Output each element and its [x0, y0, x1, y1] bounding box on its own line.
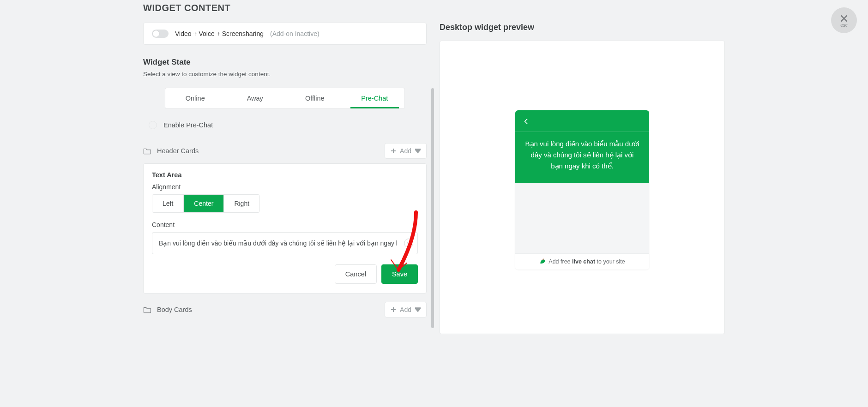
cancel-button[interactable]: Cancel — [335, 264, 377, 284]
smile-icon — [406, 241, 411, 245]
align-left-button[interactable]: Left — [152, 195, 184, 212]
widget-state-tabs: Online Away Offline Pre-Chat — [165, 88, 405, 109]
tab-online[interactable]: Online — [165, 88, 225, 108]
body-cards-label: Body Cards — [157, 306, 192, 313]
plus-icon — [391, 148, 396, 154]
scrollbar[interactable] — [431, 88, 434, 328]
widget-footer-text: Add free live chat to your site — [549, 258, 625, 265]
preview-pane: Bạn vui lòng điền vào biểu mẫu dưới đây … — [440, 41, 725, 334]
svg-point-0 — [408, 242, 408, 243]
text-area-title: Text Area — [152, 171, 418, 179]
widget-footer[interactable]: Add free live chat to your site — [515, 253, 649, 269]
body-cards-add-button[interactable]: Add — [385, 302, 427, 317]
align-right-button[interactable]: Right — [224, 195, 259, 212]
body-cards-add-label: Add — [400, 306, 411, 313]
text-area-card: Text Area Alignment Left Center Right Co… — [143, 163, 427, 293]
tab-offline[interactable]: Offline — [285, 88, 345, 108]
alignment-label: Alignment — [152, 183, 418, 191]
tawk-icon — [539, 258, 546, 265]
chevron-left-icon[interactable] — [523, 118, 530, 125]
header-cards-label: Header Cards — [157, 147, 199, 155]
widget-state-sub: Select a view to customize the widget co… — [143, 71, 427, 78]
plus-icon — [391, 307, 396, 312]
content-input[interactable] — [152, 232, 418, 254]
close-esc-label: esc — [840, 23, 848, 28]
content-label: Content — [152, 221, 418, 228]
emoji-button[interactable] — [404, 239, 413, 248]
addon-toggle[interactable] — [152, 30, 169, 38]
enable-prechat-label: Enable Pre-Chat — [163, 121, 213, 129]
save-button[interactable]: Save — [381, 264, 418, 284]
page-title: WIDGET CONTENT — [143, 3, 725, 13]
chevron-down-icon — [415, 148, 421, 154]
widget-header — [515, 110, 649, 132]
tab-prechat[interactable]: Pre-Chat — [345, 88, 405, 108]
widget-preview: Bạn vui lòng điền vào biểu mẫu dưới đây … — [515, 110, 649, 269]
preview-title: Desktop widget preview — [440, 23, 725, 32]
svg-point-1 — [410, 242, 410, 243]
addon-inactive-label: (Add-on Inactive) — [270, 30, 319, 37]
folder-icon — [143, 306, 151, 313]
widget-message: Bạn vui lòng điền vào biểu mẫu dưới đây … — [515, 132, 649, 183]
alignment-segment: Left Center Right — [152, 194, 260, 213]
folder-icon — [143, 147, 151, 155]
addon-label: Video + Voice + Screensharing — [175, 30, 264, 37]
content-column: Video + Voice + Screensharing (Add-on In… — [143, 23, 427, 322]
preview-column: Desktop widget preview Bạn vui lòng điền… — [440, 23, 725, 334]
header-cards-add-button[interactable]: Add — [385, 143, 427, 159]
chevron-down-icon — [415, 307, 421, 312]
close-button[interactable]: esc — [831, 7, 857, 33]
enable-prechat-radio[interactable] — [149, 121, 157, 129]
widget-body — [515, 183, 649, 253]
align-center-button[interactable]: Center — [184, 195, 224, 212]
enable-prechat-row[interactable]: Enable Pre-Chat — [149, 121, 427, 129]
close-icon — [839, 13, 849, 24]
header-cards-add-label: Add — [400, 147, 411, 155]
addon-row: Video + Voice + Screensharing (Add-on In… — [143, 23, 427, 45]
widget-state-heading: Widget State — [143, 58, 427, 67]
tab-away[interactable]: Away — [225, 88, 285, 108]
